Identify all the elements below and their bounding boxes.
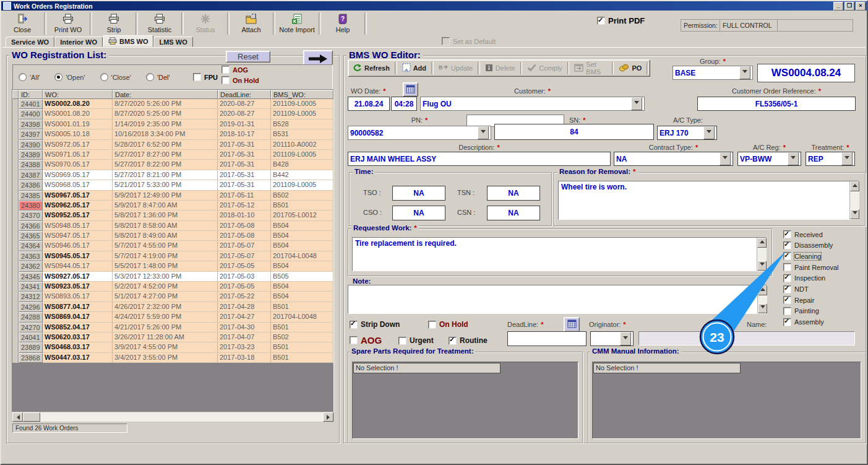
aog-filter-box[interactable]: [221, 66, 230, 74]
deadline-calendar-button[interactable]: [564, 317, 580, 332]
table-row[interactable]: 24389WS0971.05.175/27/2017 8:27:00 PM201…: [12, 150, 333, 160]
table-row[interactable]: 24365WS0947.05.175/8/2017 8:49:00 AM2017…: [12, 231, 333, 241]
scroll-right-button[interactable]: [323, 412, 333, 422]
toolbar-button-help[interactable]: ?Help: [323, 11, 363, 36]
scroll-up-button[interactable]: [850, 181, 859, 191]
chevron-down-icon[interactable]: [631, 97, 642, 110]
row-selector[interactable]: [12, 231, 19, 241]
name-field[interactable]: [638, 331, 855, 345]
table-row[interactable]: 24388WS0970.05.175/27/2017 8:22:00 PM201…: [12, 160, 333, 170]
table-row[interactable]: 24386WS0968.05.175/21/2017 5:33:00 PM201…: [12, 180, 333, 190]
table-row[interactable]: 24341WS0923.05.175/2/2017 4:52:00 PM2017…: [12, 282, 333, 292]
tso-field[interactable]: NA: [392, 186, 445, 201]
print-pdf-checkbox-box[interactable]: [597, 17, 605, 25]
table-row[interactable]: 24345WS0927.05.175/3/2017 12:33:00 PM201…: [12, 272, 333, 282]
chevron-down-icon[interactable]: [620, 332, 631, 345]
routine-box[interactable]: [449, 337, 457, 345]
strip-down-box[interactable]: [350, 321, 358, 329]
toolbar-button-print-wo[interactable]: Print WO: [48, 11, 88, 36]
table-row[interactable]: 24401WS0002.08.208/27/2020 5:26:00 PM202…: [12, 99, 333, 109]
radio-all[interactable]: 'All': [19, 73, 40, 81]
treatment-box[interactable]: [783, 274, 791, 282]
toolbar-button-attach[interactable]: Attach: [231, 11, 271, 36]
table-row[interactable]: 24397WS0005.10.1810/16/2018 3:34:00 PM20…: [12, 129, 333, 139]
chevron-down-icon[interactable]: [720, 152, 731, 165]
wo-date-calendar-button[interactable]: [403, 82, 418, 97]
urgent-checkbox[interactable]: Urgent: [398, 336, 434, 345]
reason-textarea[interactable]: Wheel tire is worn.: [558, 181, 859, 220]
editor-toolbar-update[interactable]: BUpdate: [434, 60, 477, 76]
note-textarea[interactable]: [348, 285, 767, 314]
toolbar-button-note-import[interactable]: Note Import: [277, 11, 317, 36]
pn-combo[interactable]: 90000582: [348, 126, 491, 140]
cso-field[interactable]: NA: [392, 206, 445, 220]
sn-field[interactable]: 84: [494, 124, 654, 140]
treatment-box[interactable]: [783, 285, 791, 293]
toolbar-button-strip[interactable]: Strip: [94, 11, 134, 36]
row-selector[interactable]: [12, 109, 19, 119]
scroll-down-button[interactable]: [850, 209, 859, 219]
row-selector[interactable]: [12, 332, 19, 342]
treatment-checkbox-disassembly[interactable]: Disassembly: [783, 241, 833, 250]
scroll-up-button[interactable]: [758, 285, 767, 295]
treatment-checkbox-inspection[interactable]: Inspection: [783, 274, 825, 282]
row-selector[interactable]: [12, 180, 19, 190]
table-row[interactable]: 24400WS0001.08.208/27/2020 5:25:00 PM202…: [12, 109, 333, 119]
cor-field[interactable]: FL5356/05-1: [697, 97, 856, 111]
treatment-box[interactable]: [783, 230, 791, 238]
table-row[interactable]: 23868WS0447.03.173/4/2017 3:55:00 PM2017…: [12, 353, 333, 363]
radio-del[interactable]: 'Del': [146, 73, 170, 81]
table-row[interactable]: 24362WS0944.05.175/5/2017 1:48:00 PM2017…: [12, 261, 333, 271]
treatment-box[interactable]: [783, 318, 791, 326]
close-window-button[interactable]: ×: [856, 2, 866, 11]
table-row[interactable]: 24288WS0869.04.174/24/2017 5:59:00 PM201…: [12, 312, 333, 322]
table-row[interactable]: 24387WS0969.05.175/27/2017 8:21:00 PM201…: [12, 170, 333, 180]
on-hold-filter-box[interactable]: [221, 76, 230, 84]
table-row[interactable]: 23889WS0468.03.173/9/2017 4:55:00 PM2017…: [12, 342, 333, 352]
editor-toolbar-comply[interactable]: Comply: [523, 60, 566, 76]
tsn-field[interactable]: NA: [487, 186, 540, 201]
table-row[interactable]: 24380WS0962.05.175/9/2017 8:47:00 AM2017…: [12, 201, 333, 211]
row-selector[interactable]: [12, 221, 19, 231]
scroll-up-button[interactable]: [757, 238, 767, 248]
treatment-checkbox-received[interactable]: Received: [783, 230, 823, 238]
table-row[interactable]: 24366WS0948.05.175/8/2017 8:58:00 AM2017…: [12, 221, 333, 231]
row-selector[interactable]: [12, 251, 19, 261]
row-selector[interactable]: [12, 201, 19, 211]
treatment-checkbox-repair[interactable]: Repair: [783, 296, 814, 304]
csn-field[interactable]: NA: [487, 206, 540, 220]
tab-interior-wo[interactable]: Interior WO: [54, 37, 103, 47]
ac-reg-combo[interactable]: VP-BWW: [737, 152, 801, 166]
row-selector[interactable]: [12, 282, 19, 292]
deadline-field[interactable]: [507, 331, 587, 346]
table-row[interactable]: 24370WS0952.05.175/8/2017 1:36:00 PM2018…: [12, 211, 333, 220]
row-selector[interactable]: [12, 140, 19, 150]
scroll-down-button[interactable]: [758, 303, 767, 313]
row-selector[interactable]: [12, 302, 19, 312]
treatment-box[interactable]: [783, 307, 791, 315]
row-selector[interactable]: [12, 292, 19, 302]
row-selector[interactable]: [12, 241, 19, 251]
minimize-button[interactable]: _: [833, 2, 843, 11]
chevron-down-icon[interactable]: [739, 66, 750, 79]
aog-checkbox[interactable]: AOG: [350, 335, 382, 345]
hscroll-thumb[interactable]: [23, 412, 40, 422]
requested-scrollbar[interactable]: [757, 238, 767, 271]
treatment-checkbox-painting[interactable]: Painting: [783, 307, 819, 315]
row-selector[interactable]: [12, 272, 19, 282]
wo-date-field[interactable]: 21.08.24: [348, 97, 390, 111]
row-selector[interactable]: [12, 120, 19, 129]
reset-button[interactable]: Reset: [226, 51, 270, 63]
set-as-default-box[interactable]: [442, 37, 450, 45]
radio-button[interactable]: [100, 73, 108, 81]
treatment-combo[interactable]: REP: [806, 152, 855, 166]
table-row[interactable]: 24363WS0945.05.175/7/2017 4:19:00 PM2017…: [12, 251, 333, 261]
treatment-box[interactable]: [783, 252, 791, 260]
treatment-box[interactable]: [783, 263, 791, 271]
aog-box[interactable]: [350, 336, 358, 344]
radio-button[interactable]: [146, 73, 154, 81]
row-selector[interactable]: [12, 323, 19, 332]
chevron-down-icon[interactable]: [478, 126, 489, 139]
chevron-down-icon[interactable]: [788, 152, 799, 165]
editor-toolbar-set-bms[interactable]: Set BMS: [570, 60, 611, 76]
